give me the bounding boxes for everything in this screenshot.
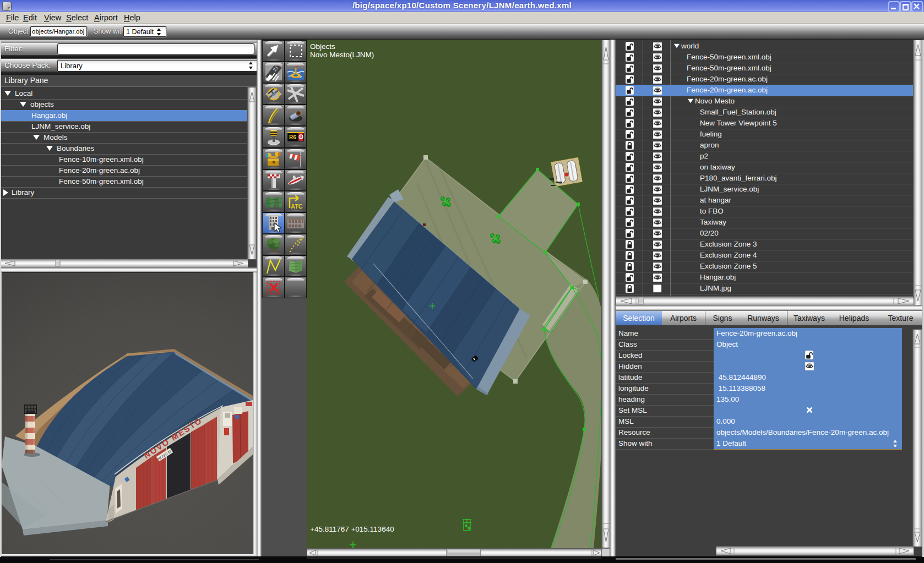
svg-text:R6: R6 — [289, 134, 296, 140]
